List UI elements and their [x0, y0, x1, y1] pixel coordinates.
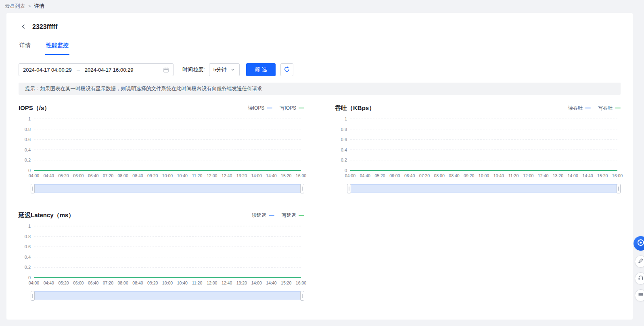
svg-text:1: 1 [28, 116, 31, 121]
datazoom-right-handle[interactable] [300, 184, 304, 193]
svg-text:06:00: 06:00 [73, 173, 84, 178]
legend-item[interactable]: 写吞吐 [598, 105, 621, 112]
datazoom-slider[interactable] [349, 184, 619, 193]
svg-text:10:00: 10:00 [162, 173, 173, 178]
svg-text:0: 0 [345, 168, 347, 173]
chart-plot-svg: 00.20.40.60.8104:0004:4005:2006:0006:400… [19, 116, 304, 180]
svg-text:08:00: 08:00 [118, 280, 128, 285]
svg-text:04:00: 04:00 [345, 173, 355, 178]
chart-header: 延迟Latency（ms） 读延迟写延迟 [19, 211, 304, 220]
calendar-icon[interactable] [163, 67, 169, 73]
legend-item[interactable]: 写IOPS [280, 105, 304, 112]
datazoom-slider[interactable] [32, 291, 303, 300]
main-panel: 2323fffff 详情 性能监控 2024-04-17 04:00:29 → … [6, 13, 633, 320]
floating-widgets [634, 236, 644, 301]
tab-performance-monitor[interactable]: 性能监控 [45, 42, 69, 55]
chart-legend: 读吞吐写吞吐 [568, 105, 621, 112]
back-button[interactable] [19, 22, 28, 32]
breadcrumb-item-disk-list[interactable]: 云盘列表 [5, 3, 25, 10]
datazoom-right-handle[interactable] [300, 291, 304, 301]
datazoom-slider[interactable] [32, 184, 303, 193]
svg-text:14:00: 14:00 [251, 280, 262, 285]
feedback-button[interactable] [635, 255, 644, 268]
legend-dash [299, 108, 304, 108]
svg-text:04:40: 04:40 [360, 173, 370, 178]
tip-text: 提示：如果图表在某一时段没有显示数据，则说明选择的文件系统在此时间段内没有向服务… [25, 85, 262, 92]
menu-button[interactable] [635, 289, 644, 301]
support-button[interactable] [635, 272, 644, 284]
tab-detail[interactable]: 详情 [19, 42, 31, 55]
svg-text:12:40: 12:40 [538, 173, 548, 178]
svg-text:0: 0 [28, 275, 31, 280]
svg-text:06:40: 06:40 [88, 173, 98, 178]
headset-icon [638, 274, 644, 282]
svg-text:05:20: 05:20 [374, 173, 385, 178]
pencil-icon [638, 257, 644, 266]
svg-text:05:20: 05:20 [58, 173, 69, 178]
tabs: 详情 性能监控 [6, 42, 633, 55]
legend-label: 读延迟 [252, 212, 266, 219]
legend-item[interactable]: 写延迟 [282, 212, 304, 219]
legend-label: 写吞吐 [598, 105, 613, 112]
chart-header: IOPS（/s） 读IOPS写IOPS [19, 104, 304, 112]
svg-text:14:00: 14:00 [251, 173, 262, 178]
legend-label: 写延迟 [282, 212, 296, 219]
menu-icon [638, 291, 644, 299]
granularity-value: 5分钟 [213, 66, 227, 73]
date-start-value[interactable]: 2024-04-17 04:00:29 [23, 67, 72, 73]
chart-plot-svg: 00.20.40.60.8104:0004:4005:2006:0006:400… [19, 223, 304, 287]
legend-dash [267, 108, 272, 108]
svg-text:0.4: 0.4 [25, 255, 31, 260]
svg-text:08:40: 08:40 [132, 173, 143, 178]
chart-plot-area: 00.20.40.60.8104:0004:4005:2006:0006:400… [19, 223, 304, 287]
chart-title: IOPS（/s） [19, 104, 50, 112]
svg-text:04:00: 04:00 [29, 280, 39, 285]
svg-text:12:00: 12:00 [523, 173, 533, 178]
svg-text:10:40: 10:40 [177, 173, 188, 178]
breadcrumb-item-detail: 详情 [34, 3, 44, 10]
svg-text:08:00: 08:00 [434, 173, 445, 178]
svg-text:06:00: 06:00 [389, 173, 400, 178]
legend-dash [615, 108, 621, 108]
chart-plot-area: 00.20.40.60.8104:0004:4005:2006:0006:400… [19, 116, 304, 180]
iops-chart: IOPS（/s） 读IOPS写IOPS 00.20.40.60.8104:000… [19, 104, 304, 193]
svg-text:0.2: 0.2 [341, 158, 347, 162]
granularity-select[interactable]: 5分钟 [209, 63, 240, 76]
svg-text:11:20: 11:20 [192, 280, 203, 285]
svg-text:07:20: 07:20 [419, 173, 430, 178]
datazoom-left-handle[interactable] [31, 184, 35, 193]
refresh-button[interactable] [280, 63, 293, 76]
legend-item[interactable]: 读吞吐 [568, 105, 591, 112]
date-end-value[interactable]: 2024-04-17 16:00:29 [85, 67, 134, 73]
svg-text:14:40: 14:40 [266, 280, 276, 285]
datazoom-left-handle[interactable] [31, 291, 35, 301]
datazoom-right-handle[interactable] [617, 184, 621, 193]
svg-text:15:20: 15:20 [281, 173, 291, 178]
svg-text:0.4: 0.4 [25, 147, 31, 152]
svg-text:11:20: 11:20 [508, 173, 519, 178]
svg-text:0.2: 0.2 [25, 158, 31, 162]
svg-text:0.2: 0.2 [25, 265, 31, 270]
svg-text:0: 0 [28, 168, 31, 173]
filter-button[interactable]: 筛 选 [246, 63, 276, 76]
svg-text:16:00: 16:00 [296, 173, 306, 178]
granularity-label: 时间粒度: [182, 66, 205, 73]
legend-item[interactable]: 读IOPS [248, 105, 273, 112]
svg-text:12:00: 12:00 [207, 280, 217, 285]
svg-text:14:00: 14:00 [568, 173, 578, 178]
legend-item[interactable]: 读延迟 [252, 212, 274, 219]
datazoom-left-handle[interactable] [347, 184, 351, 193]
svg-text:08:00: 08:00 [118, 173, 128, 178]
smart-assistant-icon [637, 239, 644, 248]
svg-text:04:40: 04:40 [44, 280, 54, 285]
chart-header: 吞吐（KBps） 读吞吐写吞吐 [335, 104, 621, 112]
svg-text:06:40: 06:40 [404, 173, 415, 178]
svg-text:10:40: 10:40 [493, 173, 504, 178]
legend-dash [299, 215, 304, 216]
svg-text:10:40: 10:40 [177, 280, 188, 285]
svg-text:10:00: 10:00 [479, 173, 489, 178]
svg-text:06:00: 06:00 [73, 280, 84, 285]
date-range-picker[interactable]: 2024-04-17 04:00:29 → 2024-04-17 16:00:2… [19, 63, 174, 76]
assistant-button[interactable] [634, 236, 644, 251]
svg-text:15:20: 15:20 [281, 280, 291, 285]
